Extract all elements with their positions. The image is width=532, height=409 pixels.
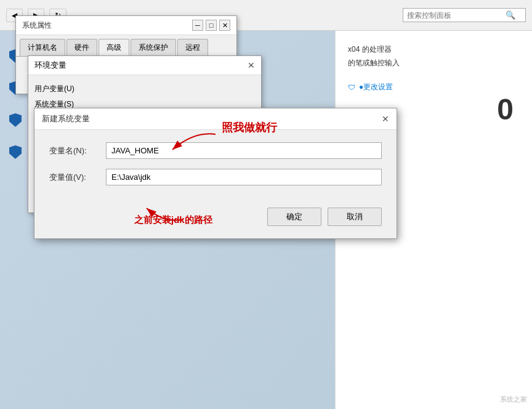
- sys-props-title: 系统属性: [22, 20, 52, 31]
- shield-icon-3: [9, 113, 22, 127]
- cancel-button[interactable]: 取消: [328, 208, 382, 226]
- maximize-button[interactable]: □: [206, 20, 217, 31]
- dialog-title: 新建系统变量: [42, 113, 90, 124]
- close-button[interactable]: ✕: [219, 20, 230, 31]
- dialog-close-button[interactable]: ✕: [382, 114, 389, 124]
- search-box: 🔍: [403, 8, 526, 22]
- sys-props-tabs: 计算机名 硬件 高级 系统保护 远程: [16, 35, 236, 57]
- tab-advanced[interactable]: 高级: [99, 39, 129, 57]
- minimize-button[interactable]: ─: [192, 20, 203, 31]
- var-value-label: 变量值(V):: [49, 172, 99, 183]
- change-settings-link[interactable]: 🛡 ●更改设置: [348, 82, 520, 92]
- shield-small-icon: 🛡: [348, 83, 355, 92]
- var-value-input[interactable]: [106, 169, 382, 185]
- user-vars-section: 用户变量(U): [34, 81, 255, 94]
- tab-hardware[interactable]: 硬件: [66, 39, 97, 56]
- tab-system-protection[interactable]: 系统保护: [131, 39, 176, 56]
- user-vars-label: 用户变量(U): [34, 84, 255, 94]
- dialog-titlebar: 新建系统变量 ✕: [34, 108, 397, 130]
- env-titlebar: 环境变量 ✕: [28, 56, 261, 75]
- env-title: 环境变量: [34, 60, 66, 71]
- tab-computer-name[interactable]: 计算机名: [20, 39, 65, 56]
- titlebar-controls: ─ □ ✕: [192, 20, 230, 31]
- dialog-footer: 确定 取消: [34, 208, 397, 238]
- var-name-input[interactable]: [106, 142, 382, 159]
- shield-icon-4: [9, 145, 22, 159]
- watermark: 系统之家: [500, 395, 527, 404]
- tab-remote[interactable]: 远程: [177, 39, 208, 56]
- red-arrow-1: [157, 128, 231, 165]
- new-system-variable-dialog: 新建系统变量 ✕ 变量名(N): 变量值(V): 确定 取消: [34, 108, 397, 239]
- red-arrow-2: [134, 190, 208, 227]
- var-value-row: 变量值(V):: [49, 169, 382, 185]
- search-input[interactable]: [407, 11, 506, 20]
- ok-button[interactable]: 确定: [267, 208, 321, 226]
- env-close-button[interactable]: ✕: [248, 60, 255, 70]
- search-icon: 🔍: [506, 10, 515, 20]
- var-name-label: 变量名(N):: [49, 145, 99, 156]
- sys-props-titlebar: 系统属性 ─ □ ✕: [16, 16, 236, 35]
- zero-badge: 0: [497, 92, 514, 126]
- processor-info: x04 的处理器 的笔或触控输入: [348, 43, 520, 70]
